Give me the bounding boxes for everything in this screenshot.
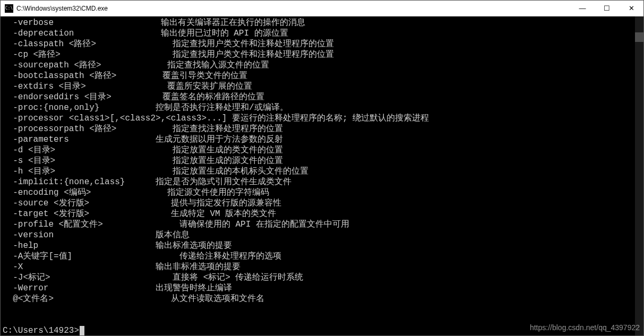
terminal-line: -encoding <编码> 指定源文件使用的字符编码 xyxy=(3,187,635,198)
terminal-line: -parameters 生成元数据以用于方法参数的反射 xyxy=(3,134,635,145)
terminal-line: -extdirs <目录> 覆盖所安装扩展的位置 xyxy=(3,81,635,92)
terminal-line: -help 输出标准选项的提要 xyxy=(3,240,635,251)
maximize-button[interactable]: ☐ xyxy=(595,1,619,16)
close-button[interactable]: ✕ xyxy=(619,1,643,16)
window-icon: C:\ xyxy=(5,4,13,13)
terminal-line: -proc:{none,only} 控制是否执行注释处理和/或编译。 xyxy=(3,102,635,113)
cmd-window: C:\ C:\Windows\system32\CMD.exe — ☐ ✕ -v… xyxy=(0,0,644,336)
terminal-line: -sourcepath <路径> 指定查找输入源文件的位置 xyxy=(3,60,635,71)
terminal-line: -s <目录> 指定放置生成的源文件的位置 xyxy=(3,156,635,166)
prompt-line[interactable]: C:\Users\14923> xyxy=(3,325,635,335)
terminal-line: -deprecation 输出使用已过时的 API 的源位置 xyxy=(3,28,635,39)
terminal-line: -X 输出非标准选项的提要 xyxy=(3,262,635,272)
terminal-line: -cp <路径> 指定查找用户类文件和注释处理程序的位置 xyxy=(3,49,635,60)
terminal-line: -d <目录> 指定放置生成的类文件的位置 xyxy=(3,145,635,156)
terminal-line: -implicit:{none,class} 指定是否为隐式引用文件生成类文件 xyxy=(3,177,635,187)
minimize-button[interactable]: — xyxy=(570,1,595,16)
scroll-thumb[interactable] xyxy=(635,32,643,42)
terminal-line: -Werror 出现警告时终止编译 xyxy=(3,283,635,294)
terminal-output[interactable]: -verbose 输出有关编译器正在执行的操作的消息 -deprecation … xyxy=(1,16,635,335)
terminal-line: -endorseddirs <目录> 覆盖签名的标准路径的位置 xyxy=(3,92,635,102)
terminal-line xyxy=(3,304,635,315)
terminal-line: -classpath <路径> 指定查找用户类文件和注释处理程序的位置 xyxy=(3,39,635,49)
terminal-area: -verbose 输出有关编译器正在执行的操作的消息 -deprecation … xyxy=(1,16,643,335)
terminal-line: -J<标记> 直接将 <标记> 传递给运行时系统 xyxy=(3,272,635,283)
titlebar[interactable]: C:\ C:\Windows\system32\CMD.exe — ☐ ✕ xyxy=(1,1,643,16)
terminal-line: -h <目录> 指定放置生成的本机标头文件的位置 xyxy=(3,166,635,177)
window-controls: — ☐ ✕ xyxy=(570,1,643,16)
terminal-line: -processorpath <路径> 指定查找注释处理程序的位置 xyxy=(3,124,635,134)
cursor xyxy=(80,326,84,335)
terminal-line: -processor <class1>[,<class2>,<class3>..… xyxy=(3,113,635,124)
scrollbar[interactable] xyxy=(635,16,643,335)
terminal-line: -source <发行版> 提供与指定发行版的源兼容性 xyxy=(3,198,635,209)
terminal-line: -profile <配置文件> 请确保使用的 API 在指定的配置文件中可用 xyxy=(3,219,635,230)
terminal-line: -bootclasspath <路径> 覆盖引导类文件的位置 xyxy=(3,71,635,81)
terminal-line: -version 版本信息 xyxy=(3,230,635,240)
terminal-line: -verbose 输出有关编译器正在执行的操作的消息 xyxy=(3,18,635,28)
terminal-line: -target <发行版> 生成特定 VM 版本的类文件 xyxy=(3,209,635,219)
terminal-line: @<文件名> 从文件读取选项和文件名 xyxy=(3,294,635,304)
window-title: C:\Windows\system32\CMD.exe xyxy=(16,5,570,12)
terminal-line: -A关键字[=值] 传递给注释处理程序的选项 xyxy=(3,251,635,262)
